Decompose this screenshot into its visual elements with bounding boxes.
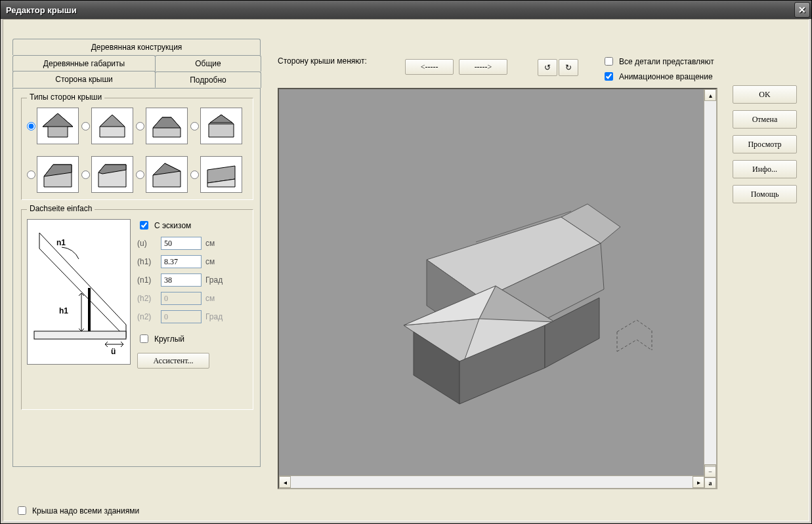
info-button[interactable]: Инфо... [733,160,797,178]
u-unit: см [205,239,215,248]
tab-roof-side[interactable]: Сторона крыши [12,71,156,88]
svg-marker-5 [153,117,181,128]
roof-over-all-input[interactable] [18,506,26,515]
animation-rotation-checkbox[interactable]: Анимационное вращение [602,70,714,83]
roof-type-1-radio[interactable] [27,122,35,131]
ok-button[interactable]: OK [733,85,797,104]
roof-type-5-icon [37,156,79,193]
change-side-label: Сторону крыши меняют: [278,56,370,66]
roof-type-8-icon [200,156,242,193]
roof-type-4[interactable] [190,108,242,144]
n2-unit: Град [205,312,223,321]
sketch-u-label: ü [111,347,116,356]
side-nav: <----- -----> [405,59,507,75]
h1-label: (h1) [137,257,157,266]
viewport-hscroll[interactable]: ◂ ▸ [279,475,704,488]
roof-type-1[interactable] [27,108,79,144]
tab-general[interactable]: Общие [155,55,261,71]
preview-viewport[interactable] [279,89,704,476]
roof-type-8[interactable] [190,156,242,193]
n1-unit: Град [205,275,223,285]
with-sketch-checkbox[interactable]: С эскизом [137,219,247,232]
viewport-vscroll[interactable]: ▴ ▾ [704,89,716,476]
rotate-ccw-button[interactable]: ↺ [538,59,557,76]
h2-label: (h2) [137,294,157,303]
animation-rotation-input[interactable] [605,72,613,81]
dialog-client: Деревянная конструкция Деревянные габари… [3,19,809,521]
n2-label: (n2) [137,312,157,321]
h1-input[interactable] [161,255,202,268]
with-sketch-input[interactable] [140,221,148,230]
rotate-cw-button[interactable]: ↻ [559,59,578,76]
scroll-left-button[interactable]: ◂ [279,476,291,488]
roof-type-1-icon [37,108,79,144]
group-roof-types-legend: Типы сторон крыши [27,92,104,102]
roof-type-4-icon [200,108,242,144]
roof-type-8-radio[interactable] [190,171,199,179]
viewport-corner-buttons: − a [704,466,717,489]
roof-type-5[interactable] [27,156,79,193]
hscroll-track[interactable] [291,476,693,488]
close-button[interactable]: ✕ [794,2,810,18]
zoom-out-button[interactable]: − [704,466,716,477]
roof-type-2[interactable] [81,108,133,144]
u-input[interactable] [161,237,202,250]
scroll-up-button[interactable]: ▴ [704,89,716,101]
roof-type-4-radio[interactable] [190,122,199,131]
roof-type-6-icon [91,156,133,193]
sketch-panel: n1 h1 ü [27,219,131,365]
svg-marker-8 [210,115,232,123]
roof-type-6-radio[interactable] [81,171,90,179]
next-side-button[interactable]: -----> [459,59,507,75]
roof-over-all-checkbox[interactable]: Крыша надо всеми зданиями [15,504,139,517]
n1-input[interactable] [161,273,202,287]
vscroll-track[interactable] [704,101,716,464]
tab-detailed[interactable]: Подробно [155,71,261,88]
preview-viewport-frame: ▴ ▾ ◂ ▸ + − a [278,88,717,489]
n2-input [161,310,202,323]
h2-input [161,292,202,305]
cancel-button[interactable]: Отмена [733,110,797,129]
round-input[interactable] [140,334,148,343]
h1-unit: см [205,257,215,266]
tab-wood-construction[interactable]: Деревянная конструкция [12,39,261,55]
prev-side-button[interactable]: <----- [405,59,454,75]
titlebar[interactable]: Редактор крыши ✕ [1,1,811,19]
u-label: (u) [137,239,157,248]
rotate-buttons: ↺ ↻ [538,59,578,76]
tab-page-roof-side: Типы сторон крыши [12,88,261,467]
window-title: Редактор крыши [6,5,794,15]
show-all-details-input[interactable] [605,57,613,66]
group-simple-side: Dachseite einfach [21,209,253,410]
roof-type-3[interactable] [136,108,188,144]
round-checkbox[interactable]: Круглый [137,333,247,345]
roof-type-3-radio[interactable] [136,122,144,131]
roof-type-7-radio[interactable] [136,171,144,179]
n1-label: (n1) [137,275,157,285]
scroll-right-button[interactable]: ▸ [693,476,704,488]
assistant-button[interactable]: Ассистент... [137,353,209,369]
sketch-n1-label: n1 [56,238,66,247]
tab-wood-dims[interactable]: Деревянные габариты [12,55,156,71]
roof-type-grid [27,108,247,193]
svg-marker-3 [100,115,125,127]
roof-type-2-icon [91,108,133,144]
group-roof-types: Типы сторон крыши [21,98,253,200]
show-all-details-checkbox[interactable]: Все детали представляют [602,55,714,68]
roof-3d-icon [279,89,704,476]
roof-type-5-radio[interactable] [27,171,35,179]
zoom-all-button[interactable]: a [704,477,716,489]
rotate-cw-icon: ↻ [565,63,572,72]
close-icon: ✕ [798,5,806,15]
roof-type-2-radio[interactable] [81,122,90,131]
preview-button[interactable]: Просмотр [733,135,797,153]
roof-editor-window: Редактор крыши ✕ Деревянная конструкция … [0,0,812,524]
rotate-ccw-icon: ↺ [544,63,551,72]
svg-rect-19 [34,331,126,339]
roof-type-6[interactable] [81,156,133,193]
dialog-actions: OK Отмена Просмотр Инфо... Помощь [733,85,797,203]
help-button[interactable]: Помощь [733,185,797,203]
roof-type-7[interactable] [136,156,188,193]
sketch-h1-label: h1 [59,306,68,315]
svg-marker-1 [43,113,73,127]
